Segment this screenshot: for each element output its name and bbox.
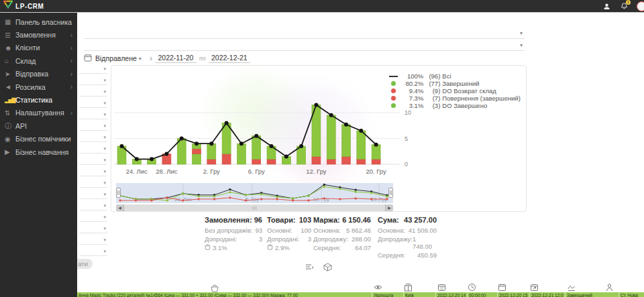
filter-select-2[interactable]: ▾	[84, 39, 525, 51]
side-filter-select-9[interactable]: ▾	[79, 156, 107, 165]
legend-item-do-done[interactable]: 3.1%(3)DO Завершено	[388, 102, 521, 109]
brand-logo[interactable]: LP-CRM	[0, 0, 44, 12]
svg-text:10: 10	[405, 109, 411, 116]
sidebar-item-label: Налаштування	[15, 109, 64, 117]
scroll-left-arrow-icon[interactable]: ◀	[116, 204, 123, 211]
navigator-right-handle[interactable]	[388, 188, 393, 198]
chevron-down-icon: ▾	[103, 169, 106, 174]
side-filter-select-15[interactable]: ▾	[79, 224, 107, 233]
side-filter-select-3[interactable]: ▾	[79, 87, 107, 97]
training-icon: ▶	[5, 148, 15, 156]
side-filter-select-13[interactable]: ▾	[79, 201, 107, 211]
brand-name: LP-CRM	[15, 3, 44, 10]
side-filter-select-11[interactable]: ▾	[79, 178, 107, 188]
sidebar-item-orders[interactable]: ☰Замовлення›	[0, 28, 77, 41]
svg-text:2. Гру: 2. Гру	[203, 168, 220, 175]
sidebar-item-label: Склад	[15, 57, 36, 65]
chart-legend: 100%(96)Всі 80.2%(77)Завершений 9.4%(9)D…	[388, 72, 521, 109]
notification-badge: 1	[626, 0, 631, 5]
orders-icon: ☰	[5, 32, 15, 39]
legend-item-return-done[interactable]: 7.3%(7)Повернення (завершений)	[388, 95, 521, 102]
chevron-down-icon: ▾	[103, 112, 106, 117]
chevron-right-icon: ›	[70, 83, 72, 91]
broadcast-icon: ◄	[5, 83, 15, 91]
scrollbar-thumb[interactable]: |||	[123, 204, 386, 211]
sidebar-item-label: API	[15, 122, 27, 130]
sidebar-item-clients[interactable]: ☻Клієнти›	[0, 42, 77, 54]
filter-select-1[interactable]: ▾	[84, 25, 525, 39]
side-filter-select-5[interactable]: ▾	[79, 110, 107, 119]
svg-text:19. Гру: 19. Гру	[371, 196, 387, 202]
clients-icon: ☻	[5, 44, 15, 52]
sidebar-item-helpers[interactable]: ◉Бізнес помічники	[0, 133, 77, 145]
sidebar-item-statistics[interactable]: ▂▅▇Статистика	[0, 93, 77, 106]
side-filter-select-2[interactable]: ▾	[79, 76, 107, 85]
sidebar-item-label: Замовлення	[15, 31, 56, 39]
side-filter-select-1[interactable]: ▾	[79, 64, 107, 74]
order-row-cell: Завершений	[565, 292, 617, 297]
svg-text:12: 12	[440, 287, 444, 290]
legend-item-completed[interactable]: 80.2%(77)Завершений	[388, 80, 521, 87]
sidebar-item-shipping[interactable]: ➤Відправка›	[0, 68, 77, 80]
sidebar-item-label: Статистика	[15, 96, 52, 104]
svg-text:28. Лис: 28. Лис	[156, 168, 177, 175]
side-filter-select-7[interactable]: ▾	[79, 133, 107, 142]
notifications-bell-icon[interactable]: 1	[619, 1, 629, 11]
side-filter-select-17[interactable]: ▾	[79, 247, 107, 256]
list-settings-icon[interactable]	[305, 262, 314, 274]
legend-item-return-stock[interactable]: 9.4%(9)DO Возврат склад	[388, 87, 521, 95]
scroll-right-arrow-icon[interactable]: ▶	[386, 204, 393, 211]
chevron-right-icon: ›	[70, 70, 72, 78]
chevron-right-icon: ›	[70, 32, 72, 39]
sidebar-item-dashboard[interactable]: ▦Панель власника	[0, 15, 77, 28]
cart-icon	[205, 244, 211, 251]
sidebar-item-broadcast[interactable]: ◄Розсилка›	[0, 80, 77, 93]
stat-orders: Замовлення:96 Без допродажів:93 Допродан…	[205, 216, 262, 251]
logo-triangle-icon	[3, 0, 13, 12]
side-filter-select-8[interactable]: ▾	[79, 144, 107, 154]
stat-sum: Сума:43 257.00 Основна:41 509.00 Допрода…	[378, 216, 437, 259]
lp-crm-statistics-page: { "topbar": {"brand": "LP-CRM", "bell_ba…	[0, 0, 644, 297]
navigator-scrollbar[interactable]: ◀ ||| ▶	[116, 204, 393, 211]
period-type-select[interactable]: Відправлене	[95, 54, 137, 62]
svg-text:5: 5	[405, 135, 408, 142]
side-filter-select-4[interactable]: ▾	[79, 99, 107, 108]
side-filter-select-6[interactable]: ▾	[79, 121, 107, 131]
order-row-cell: 2022-12-21 12:07:05	[529, 292, 564, 297]
package-icon[interactable]	[323, 262, 332, 274]
date-from-input[interactable]: 2022-11-20	[155, 54, 197, 63]
chevron-down-icon: ▾	[103, 78, 106, 83]
sidebar-item-api[interactable]: ⓘAPI	[0, 119, 77, 132]
legend-item-all[interactable]: 100%(96)Всі	[388, 72, 521, 80]
warehouse-icon: ⌂	[5, 57, 15, 64]
svg-text:24. Лис: 24. Лис	[126, 168, 148, 175]
api-icon: ⓘ	[5, 121, 15, 131]
top-bar: LP-CRM 1	[0, 0, 644, 13]
chevron-down-icon: ▾	[520, 30, 523, 36]
side-filter-select-10[interactable]: ▾	[79, 167, 107, 176]
sidebar-item-label: Відправка	[15, 70, 48, 78]
orders-bar-line-chart[interactable]: 051024. Лис28. Лис2. Гру6. Гру12. Гру20.…	[111, 66, 420, 178]
chevron-right-icon: ›	[70, 44, 72, 52]
user-icon[interactable]	[602, 1, 611, 11]
navigator-left-handle[interactable]	[116, 188, 121, 198]
chevron-down-icon: ▾	[103, 146, 106, 152]
chevron-down-icon: ▾	[103, 192, 106, 197]
sidebar-item-settings[interactable]: ⇅Налаштування›	[0, 107, 77, 119]
side-filter-select-12[interactable]: ▾	[79, 190, 107, 199]
order-table-row[interactable]: Анна Magic Tracks (220 деталей) №14564 (…	[77, 292, 644, 297]
svg-text:20. Гру: 20. Гру	[366, 168, 386, 175]
avatar[interactable]	[637, 1, 644, 11]
chevron-down-icon: ▾	[103, 237, 106, 243]
dashboard-icon: ▦	[5, 18, 15, 25]
side-filter-select-14[interactable]: ▾	[79, 213, 107, 222]
sidebar-item-warehouse[interactable]: ⌂Склад›	[0, 54, 77, 67]
stat-products: Товари:103 Основні:100 Допродані:3 2.9%	[267, 216, 311, 251]
date-to-input[interactable]: 2022-12-21	[209, 54, 250, 63]
chart-range-navigator[interactable]: 28. Лис5. Гру12. Гру19. Гру	[116, 183, 393, 203]
cart-icon	[267, 244, 273, 251]
sidebar-item-training[interactable]: ▶Бізнес навчання	[0, 145, 77, 158]
chevron-down-icon: ▾	[520, 42, 523, 48]
side-filter-select-16[interactable]: ▾	[79, 235, 107, 245]
order-row-cell: Укрпошта	[372, 292, 402, 297]
